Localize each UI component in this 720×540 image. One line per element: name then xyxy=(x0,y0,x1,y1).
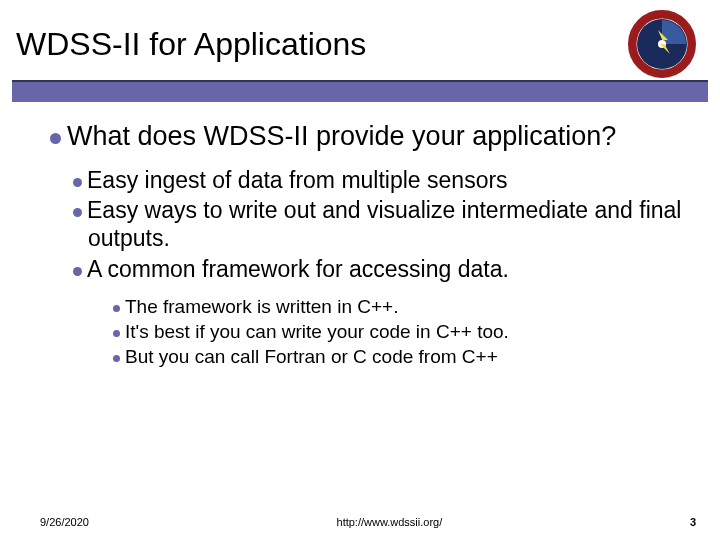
footer-date: 9/26/2020 xyxy=(40,516,89,528)
bullet-level2: Easy ingest of data from multiple sensor… xyxy=(50,166,690,194)
bullet-level2-text: A common framework for accessing data. xyxy=(87,256,509,282)
bullet-icon xyxy=(113,305,120,312)
footer-page-number: 3 xyxy=(690,516,696,528)
bullet-icon xyxy=(73,208,82,217)
footer-url: http://www.wdssii.org/ xyxy=(89,516,690,528)
bullet-level3: It's best if you can write your code in … xyxy=(50,320,690,344)
bullet-level2: Easy ways to write out and visualize int… xyxy=(50,196,690,252)
bullet-level2: A common framework for accessing data. xyxy=(50,255,690,283)
bullet-icon xyxy=(50,133,61,144)
bullet-level1: What does WDSS-II provide your applicati… xyxy=(50,120,690,152)
bullet-level2-text: Easy ways to write out and visualize int… xyxy=(87,197,681,251)
bullet-icon xyxy=(73,267,82,276)
bullet-icon xyxy=(73,178,82,187)
slide-body: What does WDSS-II provide your applicati… xyxy=(0,102,720,370)
bullet-level3: The framework is written in C++. xyxy=(50,295,690,319)
bullet-icon xyxy=(113,355,120,362)
nssl-logo-icon xyxy=(628,10,696,78)
bullet-level3-text: The framework is written in C++. xyxy=(125,296,398,317)
bullet-level3-text: But you can call Fortran or C code from … xyxy=(125,346,498,367)
bullet-level3: But you can call Fortran or C code from … xyxy=(50,345,690,369)
bullet-level1-text: What does WDSS-II provide your applicati… xyxy=(67,121,616,151)
title-divider xyxy=(12,80,708,102)
bullet-level2-text: Easy ingest of data from multiple sensor… xyxy=(87,167,508,193)
slide-title: WDSS-II for Applications xyxy=(16,26,628,63)
bullet-level3-text: It's best if you can write your code in … xyxy=(125,321,509,342)
slide-footer: 9/26/2020 http://www.wdssii.org/ 3 xyxy=(0,516,720,528)
bullet-icon xyxy=(113,330,120,337)
